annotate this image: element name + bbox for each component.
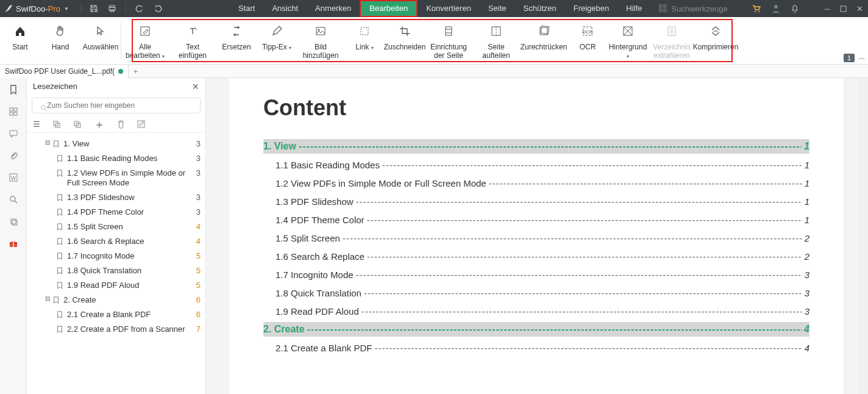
bookmark-item[interactable]: 1.5 Split Screen4 xyxy=(32,220,201,234)
gift-icon[interactable] xyxy=(8,238,19,249)
undo-icon[interactable] xyxy=(135,4,144,13)
ribbon-deskew[interactable]: Zurechtrücken xyxy=(520,17,567,64)
ribbon-toc: Verzeichnisextrahieren xyxy=(648,17,695,64)
ribbon-page-setup[interactable]: Einrichtungder Seite xyxy=(425,17,472,64)
collapse-icon[interactable] xyxy=(73,120,82,129)
svg-point-35 xyxy=(41,106,46,110)
ribbon: StartHandAuswählen Allebearbeiten ▾TText… xyxy=(0,17,868,65)
menu-tab-ansicht[interactable]: Ansicht xyxy=(263,0,307,17)
ribbon-split[interactable]: Seiteaufteilen xyxy=(472,17,520,64)
menu-tab-start[interactable]: Start xyxy=(230,0,263,17)
edit-bookmark-icon[interactable] xyxy=(137,120,145,128)
ribbon-compress[interactable]: Komprimieren xyxy=(695,17,736,64)
ribbon-replace[interactable]: Ersetzen xyxy=(216,17,257,64)
left-rail: W xyxy=(0,78,27,394)
bookmark-item[interactable]: 1.6 Search & Replace4 xyxy=(32,234,201,249)
redo-icon[interactable] xyxy=(153,4,163,13)
bookmark-item[interactable]: 1.1 Basic Reading Modes3 xyxy=(32,151,201,166)
toc-icon xyxy=(666,23,678,39)
thumbnails-tab-icon[interactable] xyxy=(8,106,19,117)
tool-search[interactable]: Suchwerkzeuge xyxy=(659,4,728,13)
maximize-button[interactable] xyxy=(840,5,847,12)
menu-tab-konvertieren[interactable]: Konvertieren xyxy=(418,0,480,17)
menu-tab-anmerken[interactable]: Anmerken xyxy=(307,0,360,17)
menu-tab-freigeben[interactable]: Freigeben xyxy=(565,0,618,17)
menu-tab-bearbeiten[interactable]: Bearbeiten xyxy=(360,0,418,17)
bookmark-item[interactable]: 2.2 Create a PDF from a Scanner7 xyxy=(32,322,201,337)
image-icon xyxy=(315,23,327,39)
tree-toggle-icon[interactable]: ⊟ xyxy=(45,295,51,302)
bookmark-item[interactable]: 1.2 View PDFs in Simple Mode or Full Scr… xyxy=(32,166,201,190)
svg-rect-4 xyxy=(664,5,666,7)
document-view[interactable]: Content 1. View-------------------------… xyxy=(206,78,868,394)
add-bookmark-icon[interactable]: ＋ xyxy=(94,117,105,132)
bookmark-item[interactable]: 1.8 Quick Translation5 xyxy=(32,263,201,278)
modified-indicator-icon xyxy=(118,69,123,74)
bookmarks-panel: Lesezeichen ✕ ☰ ＋ ⊟1. View31.1 Basic Rea… xyxy=(27,78,206,394)
bookmark-item[interactable]: ⊟2. Create6 xyxy=(32,293,201,307)
ribbon-text[interactable]: TTexteinfügen xyxy=(169,17,216,64)
menu-tab-hilfe[interactable]: Hilfe xyxy=(617,0,650,17)
svg-rect-3 xyxy=(660,5,662,7)
replace-icon xyxy=(230,23,243,39)
print-icon[interactable] xyxy=(107,4,117,13)
page-heading: Content xyxy=(263,95,809,121)
new-tab-button[interactable]: ＋ xyxy=(129,66,142,77)
toc-entry: 1.1 Basic Reading Modes-----------------… xyxy=(276,157,809,172)
link-icon xyxy=(358,23,371,39)
close-button[interactable]: ✕ xyxy=(856,4,863,13)
delete-bookmark-icon[interactable] xyxy=(117,120,125,129)
ribbon-pen[interactable]: Tipp-Ex ▾ xyxy=(257,17,297,64)
text-icon: T xyxy=(187,23,199,39)
ribbon-pointer[interactable]: Auswählen xyxy=(80,17,121,64)
bookmark-item[interactable]: 1.4 PDF Theme Color3 xyxy=(32,205,201,220)
app-menu-dropdown[interactable]: ▼ xyxy=(64,6,69,12)
pointer-icon xyxy=(94,23,107,39)
toc-entry: 1.2 View PDFs in Simple Mode or Full Scr… xyxy=(276,176,809,190)
collapse-ribbon-icon[interactable]: ︿ xyxy=(858,52,866,63)
expand-icon[interactable] xyxy=(52,120,61,129)
cart-icon[interactable] xyxy=(752,4,761,13)
ribbon-edit-all[interactable]: Allebearbeiten ▾ xyxy=(121,17,169,64)
bookmark-item[interactable]: 1.7 Incognito Mode5 xyxy=(32,249,201,263)
layers-tab-icon[interactable] xyxy=(8,216,19,227)
svg-rect-24 xyxy=(10,108,13,111)
ribbon-crop[interactable]: Zuschneiden xyxy=(385,17,425,64)
list-icon[interactable]: ☰ xyxy=(33,120,40,129)
bookmark-icon xyxy=(52,296,60,304)
svg-rect-34 xyxy=(13,242,14,247)
menu-tab-schützen[interactable]: Schützen xyxy=(515,0,565,17)
compress-icon xyxy=(710,23,722,39)
ribbon-link[interactable]: Link ▾ xyxy=(344,17,385,64)
bookmark-search-input[interactable] xyxy=(32,98,201,113)
ribbon-hand[interactable]: Hand xyxy=(40,17,80,64)
ribbon-image[interactable]: Bildhinzufügen xyxy=(297,17,344,64)
document-tab[interactable]: SwifDoo PDF User Guide_L...pdf( xyxy=(0,65,129,78)
bookmark-item[interactable]: 2.1 Create a Blank PDF6 xyxy=(32,307,201,322)
svg-rect-13 xyxy=(316,27,325,35)
toc-entry: 1.7 Incognito Mode----------------------… xyxy=(276,267,809,282)
bookmark-tab-icon[interactable] xyxy=(8,84,19,95)
comments-tab-icon[interactable] xyxy=(8,128,19,139)
close-panel-icon[interactable]: ✕ xyxy=(192,82,199,91)
bookmark-item[interactable]: 1.3 PDF Slideshow3 xyxy=(32,190,201,205)
bookmark-item[interactable]: 1.9 Read PDF Aloud5 xyxy=(32,278,201,293)
save-icon[interactable] xyxy=(89,4,99,13)
minimize-button[interactable]: ─ xyxy=(825,4,830,13)
toc-section-head: 2. Create-------------------------------… xyxy=(263,322,809,337)
svg-rect-10 xyxy=(841,6,846,12)
tree-toggle-icon[interactable]: ⊟ xyxy=(45,139,51,146)
bookmark-item[interactable]: ⊟1. View3 xyxy=(32,137,201,151)
menu-tab-seite[interactable]: Seite xyxy=(480,0,515,17)
search-tab-icon[interactable] xyxy=(8,194,19,205)
user-icon[interactable] xyxy=(771,4,781,13)
bell-icon[interactable] xyxy=(791,4,799,13)
ribbon-background[interactable]: Hintergrund ▾ xyxy=(608,17,648,64)
ribbon-ocr[interactable]: OCROCR xyxy=(567,17,608,64)
search-icon xyxy=(40,104,48,112)
vertical-scrollbar[interactable] xyxy=(858,78,868,394)
svg-text:OCR: OCR xyxy=(582,29,593,35)
word-tab-icon[interactable]: W xyxy=(8,172,19,183)
attachments-tab-icon[interactable] xyxy=(8,150,19,161)
ribbon-home[interactable]: Start xyxy=(0,17,40,64)
